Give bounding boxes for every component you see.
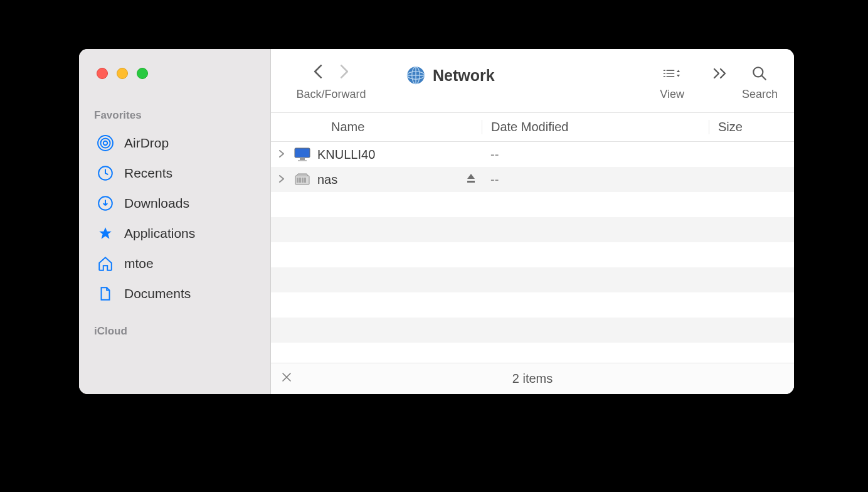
item-name: nas [312, 173, 460, 187]
svg-rect-22 [297, 178, 299, 183]
sidebar: Favorites AirDrop Recents Downloads Appl… [79, 49, 271, 394]
sidebar-item-applications[interactable]: Applications [83, 218, 267, 249]
file-list: KNULLI40 -- nas -- [271, 142, 794, 363]
status-text: 2 items [512, 372, 553, 386]
sidebar-item-label: mtoe [124, 256, 154, 271]
empty-row [271, 192, 794, 217]
empty-row [271, 292, 794, 318]
server-icon [292, 173, 312, 186]
empty-row [271, 343, 794, 363]
main-pane: Back/Forward Network [271, 49, 794, 394]
item-date: -- [482, 173, 709, 187]
search-group: Search [742, 63, 778, 101]
document-icon [97, 285, 114, 302]
sidebar-item-label: Downloads [124, 196, 189, 211]
toolbar: Back/Forward Network [271, 49, 794, 113]
view-switcher[interactable] [663, 63, 682, 84]
back-button[interactable] [313, 64, 323, 83]
list-item[interactable]: KNULLI40 -- [271, 142, 794, 167]
svg-line-17 [762, 75, 766, 80]
sidebar-section-label-favorites: Favorites [79, 109, 270, 128]
empty-row [271, 217, 794, 242]
overflow-group [712, 63, 731, 101]
search-label: Search [742, 88, 778, 101]
display-icon [292, 147, 312, 161]
finder-window: Favorites AirDrop Recents Downloads Appl… [79, 49, 794, 394]
window-title: Network [433, 67, 495, 85]
svg-rect-19 [300, 158, 305, 160]
home-icon [97, 255, 114, 272]
overflow-button[interactable] [712, 63, 731, 84]
zoom-button[interactable] [137, 68, 148, 79]
empty-row [271, 267, 794, 292]
applications-icon [97, 225, 114, 242]
column-header-size[interactable]: Size [709, 120, 794, 134]
sidebar-section-label-icloud: iCloud [79, 325, 270, 344]
sidebar-item-documents[interactable]: Documents [83, 279, 267, 309]
sidebar-item-recents[interactable]: Recents [83, 158, 267, 188]
item-date: -- [482, 147, 709, 162]
back-forward-group: Back/Forward [287, 63, 375, 101]
svg-rect-24 [302, 178, 304, 183]
search-button[interactable] [750, 63, 769, 84]
airdrop-icon [97, 134, 114, 152]
columns-header: Name Date Modified Size [271, 113, 794, 142]
svg-point-1 [100, 138, 110, 147]
clock-icon [97, 164, 114, 182]
sidebar-item-label: AirDrop [124, 136, 169, 151]
back-forward-label: Back/Forward [296, 88, 366, 101]
sidebar-item-label: Documents [124, 286, 191, 301]
disclosure-arrow-icon[interactable] [271, 149, 292, 160]
svg-rect-26 [467, 181, 475, 183]
downloads-icon [97, 195, 114, 212]
forward-button[interactable] [339, 64, 349, 83]
view-group: View [660, 63, 684, 101]
disclosure-arrow-icon[interactable] [271, 174, 292, 185]
svg-rect-25 [304, 178, 306, 183]
list-item[interactable]: nas -- [271, 167, 794, 192]
sidebar-item-label: Applications [124, 226, 195, 241]
title-group: Network [380, 63, 655, 88]
sidebar-item-airdrop[interactable]: AirDrop [83, 128, 267, 158]
column-header-date[interactable]: Date Modified [482, 120, 709, 134]
window-controls [79, 68, 270, 79]
status-bar: 2 items [271, 363, 794, 394]
network-icon [406, 66, 425, 85]
sidebar-item-label: Recents [124, 166, 172, 181]
path-button[interactable] [271, 372, 302, 386]
sidebar-item-home[interactable]: mtoe [83, 249, 267, 279]
column-header-name[interactable]: Name [271, 120, 482, 134]
svg-rect-20 [298, 160, 307, 161]
empty-row [271, 318, 794, 343]
empty-row [271, 242, 794, 267]
close-button[interactable] [97, 68, 108, 79]
view-label: View [660, 88, 684, 101]
svg-rect-18 [295, 148, 310, 158]
svg-point-0 [103, 141, 108, 146]
sidebar-item-downloads[interactable]: Downloads [83, 188, 267, 218]
minimize-button[interactable] [117, 68, 128, 79]
svg-rect-23 [299, 178, 301, 183]
eject-button[interactable] [460, 173, 482, 187]
item-name: KNULLI40 [312, 147, 460, 162]
